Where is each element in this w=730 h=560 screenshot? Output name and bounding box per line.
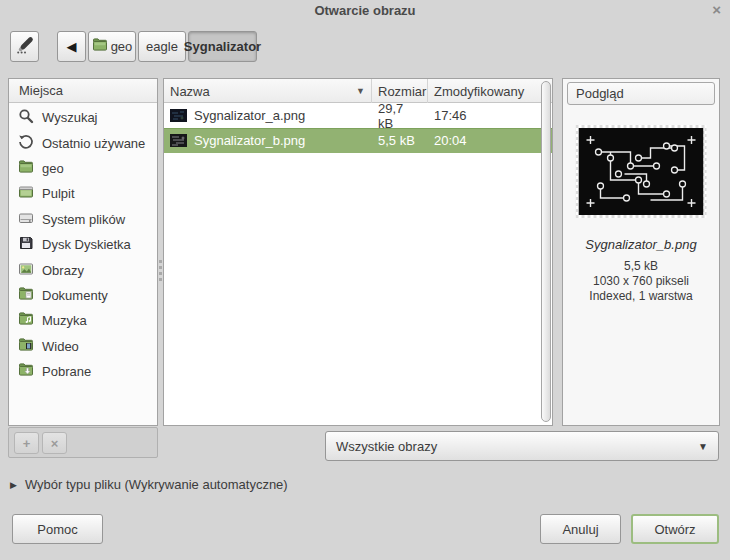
preview-dimensions: 1030 x 760 pikseli xyxy=(563,274,719,289)
window-title: Otwarcie obrazu xyxy=(0,3,730,18)
sidebar-item-label: Wyszukaj xyxy=(42,110,98,125)
cancel-button[interactable]: Anuluj xyxy=(540,514,621,544)
close-icon[interactable]: × xyxy=(712,2,721,17)
preview-filesize: 5,5 kB xyxy=(563,259,719,274)
sidebar-item-geo[interactable]: geo xyxy=(9,156,157,181)
file-size: 29,7 kB xyxy=(378,101,422,131)
path-button-label: Sygnalizator xyxy=(184,39,261,54)
open-button-label: Otwórz xyxy=(654,522,695,537)
video-icon xyxy=(18,337,34,356)
open-image-dialog: { "window": { "title": "Otwarcie obrazu"… xyxy=(0,0,730,560)
file-name: Sygnalizator_a.png xyxy=(194,108,305,123)
places-header[interactable]: Miejsca xyxy=(9,79,157,103)
path-button-sygnalizator[interactable]: Sygnalizator xyxy=(188,31,257,62)
file-row-sygnalizator-a[interactable]: Sygnalizator_a.png 29,7 kB 17:46 xyxy=(164,103,552,128)
preview-header-label: Podgląd xyxy=(576,86,624,101)
column-header-rozmiar[interactable]: Rozmiar xyxy=(372,79,428,103)
open-button[interactable]: Otwórz xyxy=(631,514,719,544)
bookmark-toolbar: + × xyxy=(8,427,158,458)
folder-icon xyxy=(92,37,108,56)
cross-icon: × xyxy=(51,436,59,451)
desktop-icon xyxy=(18,184,34,203)
sidebar-item-label: System plików xyxy=(42,212,125,227)
preview-info: 5,5 kB 1030 x 760 pikseli Indexed, 1 war… xyxy=(563,259,719,304)
plus-icon: + xyxy=(23,436,31,451)
sidebar-item-obrazy[interactable]: Obrazy xyxy=(9,257,157,282)
filesystem-icon xyxy=(18,210,34,229)
path-button-label: eagle xyxy=(146,39,178,54)
back-arrow-icon: ◀ xyxy=(67,39,77,54)
file-type-expander[interactable]: ▶ Wybór typu pliku (Wykrywanie automatyc… xyxy=(10,477,288,492)
documents-icon xyxy=(18,286,34,305)
file-row-sygnalizator-b[interactable]: Sygnalizator_b.png 5,5 kB 20:04 xyxy=(164,128,552,153)
preview-panel: Podgląd Sygnalizat xyxy=(562,78,720,426)
sidebar-item-muzyka[interactable]: Muzyka xyxy=(9,308,157,333)
column-label: Nazwa xyxy=(170,84,210,99)
sidebar-item-label: Pulpit xyxy=(42,186,75,201)
help-button[interactable]: Pomoc xyxy=(12,514,103,544)
sidebar-item-pobrane[interactable]: Pobrane xyxy=(9,359,157,384)
sidebar-item-label: geo xyxy=(42,161,64,176)
sidebar-item-wideo[interactable]: Wideo xyxy=(9,334,157,359)
path-button-label: geo xyxy=(111,39,133,54)
column-header-zmodyfikowany[interactable]: Zmodyfikowany xyxy=(428,79,552,103)
downloads-icon xyxy=(18,362,34,381)
file-size: 5,5 kB xyxy=(378,133,415,148)
sidebar-item-ostatnio-uzywane[interactable]: Ostatnio używane xyxy=(9,130,157,155)
music-icon xyxy=(18,311,34,330)
add-bookmark-button[interactable]: + xyxy=(14,432,39,454)
sidebar-item-wyszukaj[interactable]: Wyszukaj xyxy=(9,105,157,130)
sidebar-item-label: Dysk Dyskietka xyxy=(42,237,131,252)
images-icon xyxy=(18,261,34,280)
expander-arrow-icon: ▶ xyxy=(10,480,17,490)
chevron-down-icon: ▼ xyxy=(698,441,708,452)
file-modified: 17:46 xyxy=(434,108,467,123)
expander-label: Wybór typu pliku (Wykrywanie automatyczn… xyxy=(25,477,288,492)
preview-filename: Sygnalizator_b.png xyxy=(563,237,719,252)
column-label: Rozmiar xyxy=(378,84,426,99)
sidebar-item-system-plikow[interactable]: System plików xyxy=(9,207,157,232)
path-button-eagle[interactable]: eagle xyxy=(138,31,186,62)
search-icon xyxy=(18,108,34,127)
pcb-image xyxy=(579,128,704,215)
places-header-label: Miejsca xyxy=(19,83,63,98)
remove-bookmark-button[interactable]: × xyxy=(42,432,67,454)
vertical-scrollbar[interactable] xyxy=(541,81,551,422)
places-sidebar: Miejsca Wyszukaj Ostatnio używane geo Pu… xyxy=(8,78,158,426)
recent-icon xyxy=(18,134,34,153)
titlebar: Otwarcie obrazu × xyxy=(0,0,730,22)
pen-icon xyxy=(15,35,35,58)
sidebar-item-label: Obrazy xyxy=(42,263,84,278)
file-thumbnail-icon xyxy=(170,109,187,122)
type-filename-button[interactable] xyxy=(10,31,39,62)
help-button-label: Pomoc xyxy=(37,522,77,537)
sidebar-item-label: Muzyka xyxy=(42,313,87,328)
file-list: Nazwa ▼ Rozmiar Zmodyfikowany Sygnalizat… xyxy=(163,78,553,426)
sidebar-item-label: Ostatnio używane xyxy=(42,136,145,151)
file-thumbnail-icon xyxy=(170,134,187,147)
floppy-icon xyxy=(18,235,34,254)
folder-icon xyxy=(18,159,34,178)
sidebar-item-label: Pobrane xyxy=(42,364,91,379)
sidebar-item-dysk-dyskietka[interactable]: Dysk Dyskietka xyxy=(9,232,157,257)
file-filter-dropdown[interactable]: Wszystkie obrazy ▼ xyxy=(325,431,719,461)
preview-details: Indexed, 1 warstwa xyxy=(563,289,719,304)
path-button-geo[interactable]: geo xyxy=(88,31,136,62)
back-button[interactable]: ◀ xyxy=(57,31,86,62)
sidebar-item-pulpit[interactable]: Pulpit xyxy=(9,181,157,206)
sidebar-item-label: Wideo xyxy=(42,339,79,354)
sort-descending-icon: ▼ xyxy=(356,86,365,96)
column-label: Zmodyfikowany xyxy=(434,84,524,99)
file-filter-value: Wszystkie obrazy xyxy=(336,439,437,454)
column-header-nazwa[interactable]: Nazwa ▼ xyxy=(164,79,372,103)
sidebar-item-dokumenty[interactable]: Dokumenty xyxy=(9,283,157,308)
preview-thumbnail xyxy=(576,125,707,218)
cancel-button-label: Anuluj xyxy=(562,522,598,537)
sidebar-item-label: Dokumenty xyxy=(42,288,108,303)
file-modified: 20:04 xyxy=(434,133,467,148)
file-list-header: Nazwa ▼ Rozmiar Zmodyfikowany xyxy=(164,79,552,103)
file-name: Sygnalizator_b.png xyxy=(194,133,305,148)
preview-header: Podgląd xyxy=(567,82,715,105)
